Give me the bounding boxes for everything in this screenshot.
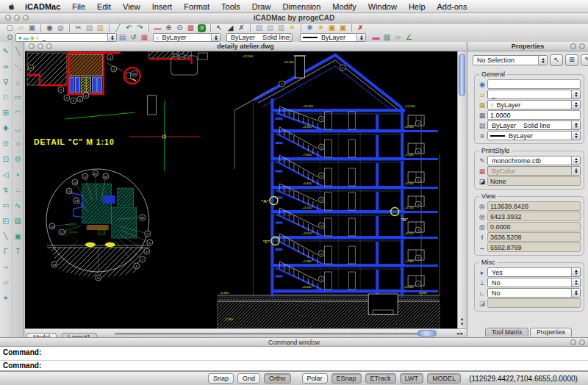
arc-3point-icon[interactable]: ◡: [15, 120, 21, 136]
panel-collapse-button[interactable]: [570, 43, 576, 49]
ucs-icon-origin-field-stepper[interactable]: [571, 278, 580, 287]
vertical-scroll-arrows[interactable]: ▲▼: [458, 317, 466, 327]
sketch-icon[interactable]: ✎: [3, 43, 9, 59]
close-window-button[interactable]: [5, 15, 11, 21]
apple-menu-icon[interactable]: [7, 2, 18, 11]
select-window-icon[interactable]: ◢: [225, 24, 236, 32]
menu-addons[interactable]: Add-ons: [431, 2, 473, 11]
sheet-icon[interactable]: ▱: [392, 33, 404, 42]
layer-combo-stepper[interactable]: [107, 34, 116, 41]
light-bulb-icon[interactable]: ☀: [287, 24, 298, 32]
lineweight-combo[interactable]: ByLayer: [300, 33, 366, 42]
color-swatch-field-stepper[interactable]: [571, 101, 580, 109]
linetype-scale-field[interactable]: 1.0000: [487, 110, 581, 120]
flag-icon[interactable]: ⚐: [2, 90, 9, 105]
plot-style-color-field-stepper[interactable]: [571, 167, 580, 175]
horizontal-scroll-track[interactable]: [115, 333, 429, 335]
insert-image-icon[interactable]: ▣: [15, 229, 21, 244]
rotate-icon[interactable]: ⊙: [3, 136, 9, 151]
explode-icon[interactable]: ✶: [3, 290, 9, 306]
delete-icon[interactable]: ✗: [355, 24, 366, 32]
copy-icon[interactable]: ▤: [84, 24, 95, 32]
selection-combo-stepper[interactable]: [538, 56, 547, 65]
hatch-icon[interactable]: ▨: [15, 213, 21, 229]
menu-window[interactable]: Window: [362, 2, 403, 11]
draw-line-icon[interactable]: ╱: [112, 24, 123, 32]
lineweight-combo-stepper[interactable]: [356, 34, 365, 41]
layer-folder-field[interactable]: _: [487, 90, 581, 99]
status-toggle-model[interactable]: MODEL: [427, 373, 461, 384]
status-toggle-lwt[interactable]: LWT: [400, 373, 423, 384]
layer-preview-icon[interactable]: ▥: [276, 24, 287, 32]
zoom-in-icon[interactable]: ⊕: [163, 24, 174, 32]
status-toggle-snap[interactable]: Snap: [208, 373, 234, 384]
ucs-per-viewport-field-stepper[interactable]: [571, 289, 580, 297]
text-icon[interactable]: T: [15, 244, 20, 259]
linetype-field[interactable]: ByLayerSolid line: [487, 120, 581, 130]
layer-state-icon[interactable]: ▣: [326, 24, 337, 32]
color-combo[interactable]: ○ ByLayer: [153, 33, 220, 42]
layer-palette-icon[interactable]: ▦: [139, 33, 150, 42]
arc-icon[interactable]: ◠: [15, 105, 21, 120]
spline-icon[interactable]: ∿: [15, 198, 21, 213]
zoom-window-button[interactable]: [23, 15, 29, 21]
menu-insert[interactable]: Insert: [146, 2, 179, 11]
paste-icon[interactable]: ▥: [95, 24, 106, 32]
erase-icon[interactable]: ▬: [152, 24, 163, 32]
stretch-icon[interactable]: ↯: [3, 182, 9, 198]
fillet-icon[interactable]: ∇: [3, 74, 8, 90]
vertical-scrollbar[interactable]: ▲▼: [457, 51, 466, 328]
color-swatch-field[interactable]: ○ByLayer: [487, 100, 581, 109]
horizontal-scroll-thumb[interactable]: [417, 330, 437, 337]
measure-icon[interactable]: ∠: [404, 33, 415, 42]
drawing-title-bar[interactable]: detaily atelier.dwg: [25, 42, 466, 51]
redo-icon[interactable]: ↷: [135, 24, 146, 32]
layer-state2-icon[interactable]: ▣: [337, 24, 348, 32]
quick-select-icon[interactable]: ⊞: [565, 54, 578, 66]
command-close-button[interactable]: [579, 339, 585, 345]
magnifier-icon[interactable]: ⊙: [4, 33, 15, 42]
linetype-combo[interactable]: ByLayer Solid line: [226, 33, 293, 42]
status-toggle-ortho[interactable]: Ortho: [264, 373, 291, 384]
command-input[interactable]: Command:: [0, 361, 588, 370]
plot-style-icon[interactable]: ▥: [381, 33, 392, 42]
drawing-zoom-button[interactable]: [46, 43, 52, 49]
modify-tool-icon[interactable]: ✗: [236, 24, 247, 32]
drawing-canvas[interactable]: 347596810182021DETAIL "C" M 1:1014121315…: [25, 51, 466, 328]
mirror-icon[interactable]: ◁: [3, 167, 9, 182]
minimize-window-button[interactable]: [14, 15, 20, 21]
menu-draw[interactable]: Draw: [246, 2, 277, 11]
ellipse-arc-icon[interactable]: ◗: [15, 167, 20, 182]
status-toggle-polar[interactable]: Polar: [302, 373, 328, 384]
plot-style-pen-field[interactable]: monochrome.ctb: [487, 156, 581, 165]
new-file-icon[interactable]: ▢: [4, 24, 15, 32]
hyperlink-globe-field[interactable]: [487, 79, 581, 89]
drawing-minimize-button[interactable]: [37, 43, 43, 49]
ellipse-icon[interactable]: ⊖: [15, 151, 21, 167]
color-combo-stepper[interactable]: [211, 34, 220, 41]
lineweight-field[interactable]: ByLayer: [487, 131, 581, 140]
open-file-icon[interactable]: ▱: [15, 24, 26, 32]
panel-close-button[interactable]: [579, 43, 585, 49]
move-icon[interactable]: ✚: [3, 120, 9, 136]
menu-file[interactable]: File: [66, 2, 91, 11]
panel-tab-properties[interactable]: Properties: [530, 328, 572, 337]
layer-stack2-icon[interactable]: ▤: [265, 24, 276, 32]
help-icon[interactable]: ?: [198, 24, 206, 32]
settings-gear-icon[interactable]: ✱: [304, 24, 315, 32]
plot-style-pen-field-stepper[interactable]: [571, 156, 580, 165]
array-icon[interactable]: ⊞: [3, 105, 9, 120]
menu-view[interactable]: View: [117, 2, 146, 11]
undo-icon[interactable]: ↶: [123, 24, 135, 32]
menu-icadmac[interactable]: iCADMac: [19, 2, 66, 11]
lineweight-field-stepper[interactable]: [571, 132, 580, 140]
construction-line-icon[interactable]: ⋱: [14, 59, 21, 74]
menu-dimension[interactable]: Dimension: [276, 2, 326, 11]
linetype-field-stepper[interactable]: [571, 121, 580, 129]
vertical-scroll-thumb[interactable]: [459, 54, 465, 96]
polygon-icon[interactable]: ⌂: [15, 74, 20, 90]
command-collapse-button[interactable]: [570, 339, 576, 345]
linetype-combo-stepper[interactable]: [290, 34, 293, 41]
scale-icon[interactable]: ▭: [2, 198, 9, 213]
menu-tools[interactable]: Tools: [215, 2, 246, 11]
